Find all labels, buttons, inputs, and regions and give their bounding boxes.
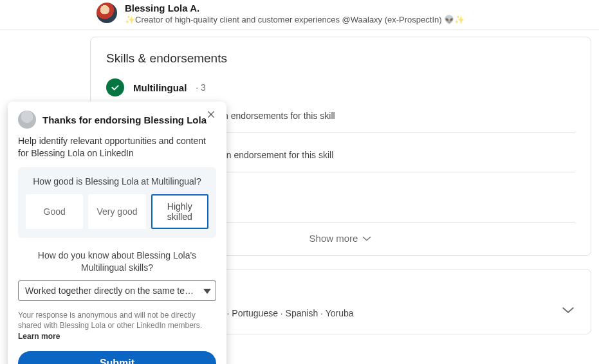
- skills-section-title: Skills & endorsements: [106, 51, 575, 66]
- rating-highly-skilled[interactable]: Highly skilled: [151, 194, 208, 229]
- profile-avatar[interactable]: [97, 3, 117, 23]
- header-text: Blessing Lola A. ✨Creator of high-qualit…: [125, 3, 465, 24]
- chevron-down-icon: [362, 233, 372, 244]
- skill-row[interactable]: Multilingual · 3: [106, 78, 575, 96]
- rating-question: How good is Blessing Lola at Multilingua…: [26, 176, 208, 187]
- rating-good[interactable]: Good: [26, 194, 83, 229]
- modal-avatar-icon: [18, 111, 36, 129]
- relationship-question: How do you know about Blessing Lola's Mu…: [18, 250, 216, 274]
- modal-subtitle: Help identify relevant opportunities and…: [18, 135, 216, 159]
- close-button[interactable]: [206, 109, 216, 122]
- checkmark-icon: [106, 78, 124, 96]
- profile-name[interactable]: Blessing Lola A.: [125, 3, 465, 14]
- modal-title: Thanks for endorsing Blessing Lola: [42, 114, 207, 125]
- skill-count: · 3: [196, 82, 206, 93]
- rating-row: Good Very good Highly skilled: [26, 194, 208, 229]
- profile-header: Blessing Lola A. ✨Creator of high-qualit…: [0, 0, 599, 30]
- modal-header: Thanks for endorsing Blessing Lola: [18, 111, 216, 129]
- expand-languages-button[interactable]: [561, 305, 575, 317]
- profile-tagline: ✨Creator of high-quality client and cust…: [125, 15, 465, 24]
- skill-name: Multilingual: [133, 82, 187, 93]
- rating-very-good[interactable]: Very good: [88, 194, 145, 229]
- submit-button[interactable]: Submit: [18, 351, 216, 364]
- endorsement-modal: Thanks for endorsing Blessing Lola Help …: [8, 102, 226, 364]
- relationship-select[interactable]: Worked together directly on the same tea…: [18, 280, 216, 301]
- rating-question-box: How good is Blessing Lola at Multilingua…: [18, 167, 216, 238]
- learn-more-link[interactable]: Learn more: [18, 332, 60, 341]
- disclaimer-text: Your response is anonymous and will not …: [18, 310, 216, 342]
- relationship-select-wrap: Worked together directly on the same tea…: [18, 280, 216, 301]
